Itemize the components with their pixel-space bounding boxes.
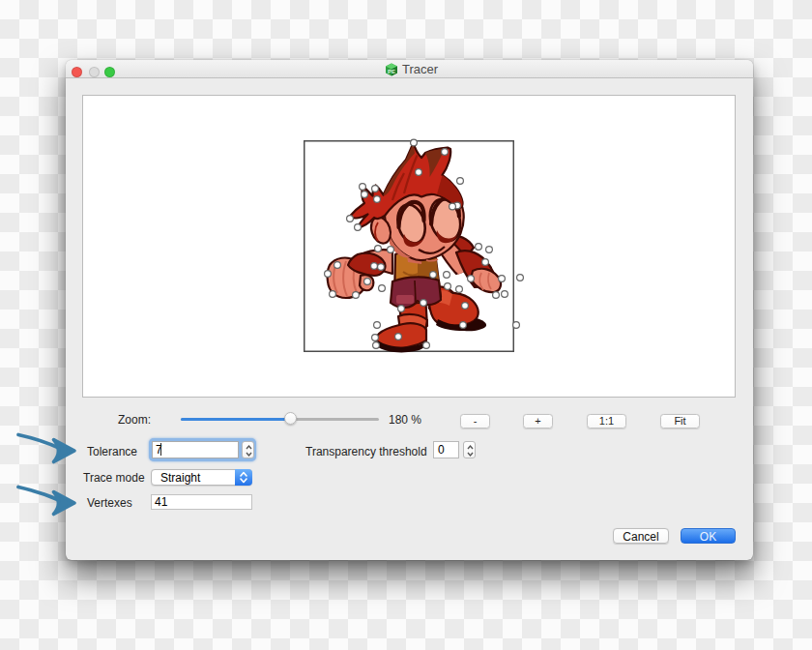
svg-text:PE: PE: [388, 69, 395, 74]
